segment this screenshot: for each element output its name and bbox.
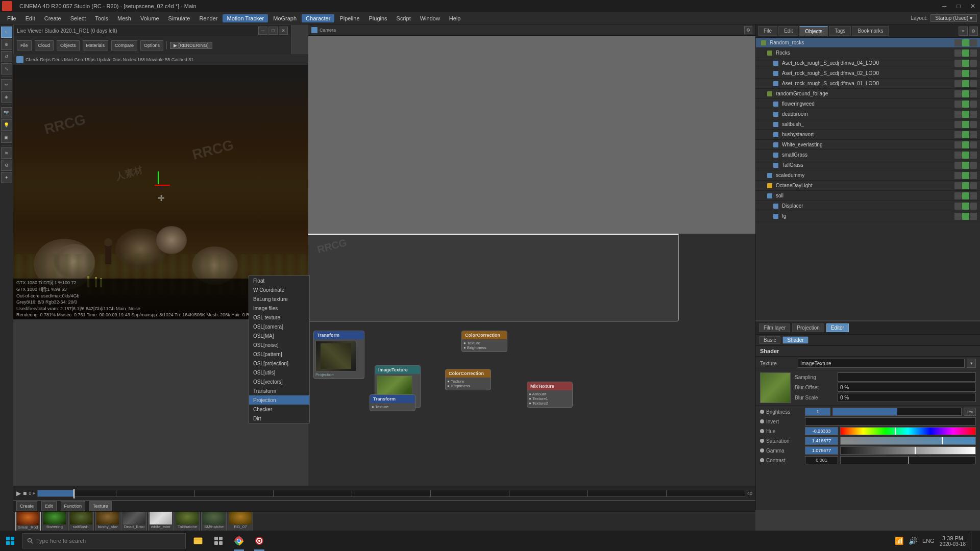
mat-edit-btn[interactable]: Edit	[41, 501, 57, 511]
timeline-play-btn[interactable]: ▶	[16, 490, 21, 497]
brightness-value[interactable]: 1	[805, 408, 830, 416]
menu-help[interactable]: Help	[445, 14, 465, 22]
dd-image-files[interactable]: Image files	[249, 304, 309, 313]
close-btn[interactable]: ✕	[966, 0, 980, 12]
blur-scale-input[interactable]: 0 %	[838, 393, 976, 402]
dd-osl-noise[interactable]: OSL[noise]	[249, 340, 309, 349]
object-row-6[interactable]: floweringweed	[756, 99, 980, 109]
sampling-input[interactable]	[838, 372, 976, 382]
menu-select[interactable]: Select	[66, 14, 90, 22]
object-row-15[interactable]: soil	[756, 191, 980, 201]
object-row-17[interactable]: fg	[756, 211, 980, 221]
dd-osl-ma[interactable]: OSL[MA]	[249, 331, 309, 340]
mat-create-btn[interactable]: Create	[16, 501, 37, 511]
taskbar-app-explorer[interactable]	[188, 531, 208, 551]
timeline-stop-btn[interactable]: ■	[23, 490, 27, 497]
object-row-8[interactable]: saltbush_	[756, 119, 980, 130]
tool-select[interactable]: ↖	[1, 27, 12, 38]
node-colorcorrection1[interactable]: ColorCorrection ● Texture ● Brightness	[461, 331, 507, 352]
hue-value[interactable]: -0.23333	[805, 427, 838, 435]
obj-panel-tags[interactable]: Tags	[829, 26, 851, 36]
menu-plugins[interactable]: Plugins	[365, 14, 391, 22]
lv-min-btn[interactable]: ─	[258, 27, 267, 35]
node-mixtexture2[interactable]: MixTexture ● Amount ● Texture1 ● Texture…	[527, 382, 573, 408]
mat-function-btn[interactable]: Function	[61, 501, 86, 511]
tool-geo[interactable]: ▣	[1, 132, 12, 143]
shader-tab-shader[interactable]: Shader	[782, 336, 808, 344]
obj-panel-btn2[interactable]: ⚙	[969, 27, 978, 36]
taskbar-volume[interactable]: 🔊	[909, 537, 917, 545]
mat-item-5[interactable]: white_ever	[148, 512, 174, 531]
dd-transform[interactable]: Transform	[249, 386, 309, 395]
gamma-value[interactable]: 1.076677	[805, 446, 838, 455]
contrast-value[interactable]: 0.001	[805, 456, 838, 464]
menu-file[interactable]: File	[3, 14, 20, 22]
object-row-9[interactable]: bushystarwort	[756, 130, 980, 140]
timeline-bar[interactable]	[37, 490, 745, 497]
shader-tab-basic[interactable]: Basic	[759, 336, 780, 344]
object-row-14[interactable]: OctaneDayLight	[756, 181, 980, 191]
texture-menu-btn[interactable]: ▾	[967, 359, 976, 368]
menu-window[interactable]: Window	[416, 14, 444, 22]
mat-item-7[interactable]: SMthatche	[201, 512, 227, 531]
dd-checker[interactable]: Checker	[249, 405, 309, 414]
menu-mesh[interactable]: Mesh	[113, 14, 135, 22]
menu-tools[interactable]: Tools	[91, 14, 112, 22]
mat-item-4[interactable]: Dead_Broo	[121, 512, 147, 531]
node-transform[interactable]: Transform Projection	[313, 331, 364, 379]
object-row-12[interactable]: TallGrass	[756, 160, 980, 170]
menu-pipeline[interactable]: Pipeline	[335, 14, 363, 22]
object-row-11[interactable]: smallGrass	[756, 150, 980, 160]
dd-projection[interactable]: Projection	[249, 395, 309, 405]
object-row-5[interactable]: randomGround_foliage	[756, 89, 980, 99]
menu-simulate[interactable]: Simulate	[164, 14, 194, 22]
minimize-btn[interactable]: ─	[937, 0, 951, 12]
object-row-10[interactable]: White_everlasting	[756, 140, 980, 150]
tool-move[interactable]: ⊕	[1, 39, 12, 50]
lv-compare-btn[interactable]: Compare	[111, 40, 137, 51]
lv-max-btn[interactable]: □	[268, 27, 278, 35]
lv-options-btn[interactable]: Options	[140, 40, 163, 51]
mat-item-8[interactable]: RG_07	[228, 512, 253, 531]
dd-dirt[interactable]: Dirt	[249, 414, 309, 423]
obj-panel-edit[interactable]: Edit	[778, 26, 798, 36]
dd-osl-vectors[interactable]: OSL[vectors]	[249, 377, 309, 386]
dd-float[interactable]: Float	[249, 276, 309, 285]
tool-rotate[interactable]: ↺	[1, 51, 12, 62]
tool-paint[interactable]: ✏	[1, 79, 12, 90]
obj-panel-bookmarks[interactable]: Bookmarks	[852, 26, 889, 36]
shader-tab-editor[interactable]: Editor	[826, 323, 849, 332]
menu-edit[interactable]: Edit	[21, 14, 39, 22]
dd-osl-projection[interactable]: OSL[projection]	[249, 359, 309, 368]
brightness-tex-btn[interactable]: Tex	[964, 408, 976, 416]
node-colorcorrection2[interactable]: ColorCorrection ● Texture ● Brightness	[445, 369, 491, 390]
object-row-1[interactable]: Rocks	[756, 48, 980, 58]
sat-value[interactable]: 1.416677	[805, 437, 838, 445]
tool-generator[interactable]: ⚙	[1, 160, 12, 171]
mat-item-2[interactable]: saltBush.	[68, 512, 94, 531]
menu-motion-tracker[interactable]: Motion Tracker	[223, 14, 268, 22]
taskbar-lang[interactable]: ENG	[922, 538, 935, 544]
taskbar-app-cinema4d[interactable]	[249, 531, 270, 551]
lv-file-btn[interactable]: File	[17, 40, 32, 51]
lv-close-btn[interactable]: ✕	[279, 27, 288, 35]
tool-deform[interactable]: ≋	[1, 147, 12, 159]
object-row-0[interactable]: Random_rocks	[756, 38, 980, 48]
menu-character[interactable]: Character	[302, 14, 334, 22]
object-row-4[interactable]: Aset_rock_rough_S_ucdj dfmva_01_LOD0	[756, 79, 980, 89]
tool-scale[interactable]: ⤡	[1, 63, 12, 74]
menu-mograph[interactable]: MoGraph	[269, 14, 301, 22]
node-transform2[interactable]: Transform ● Texture	[370, 394, 415, 411]
lv-materials-btn[interactable]: Materials	[83, 40, 109, 51]
lv-cloud-btn[interactable]: Cloud	[35, 40, 54, 51]
mat-item-1[interactable]: flowering	[42, 512, 67, 531]
dd-osl-camera[interactable]: OSL[camera]	[249, 322, 309, 331]
taskbar-wifi[interactable]: 📶	[895, 537, 903, 545]
object-row-13[interactable]: scaledummy	[756, 170, 980, 181]
mat-item-0[interactable]: Small_Rod	[15, 512, 41, 531]
menu-create[interactable]: Create	[40, 14, 65, 22]
obj-panel-objects[interactable]: Objects	[799, 26, 828, 36]
dd-w-coord[interactable]: W Coordinate	[249, 285, 309, 294]
dd-osl-utils[interactable]: OSL[utils]	[249, 368, 309, 377]
mat-texture-btn[interactable]: Texture	[89, 501, 112, 511]
